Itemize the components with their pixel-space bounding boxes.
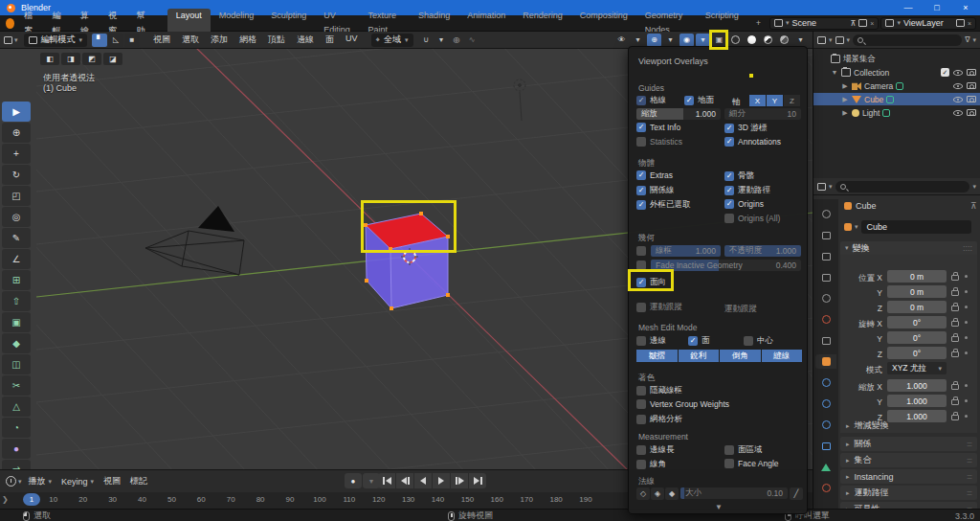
falloff-curve-icon[interactable]: ∿ [465,34,479,47]
uv-edge-mode[interactable]: ◨ [61,53,80,65]
normals-size-slider[interactable]: 大小0.10 [680,487,788,499]
animate-dot[interactable] [965,415,968,418]
animate-dot[interactable] [965,336,968,339]
pin-icon[interactable]: ⊼ [970,201,977,211]
me-faces-checkbox[interactable]: 面 [688,335,710,347]
lock-icon[interactable] [951,275,959,281]
tab-material[interactable] [815,481,836,495]
axis-toggle-z[interactable]: Z [784,95,800,106]
viewport-menu-面[interactable]: 面 [320,34,340,46]
origins-checkbox[interactable]: Origins [724,199,764,209]
filter-dropdown[interactable]: ▾ [972,36,976,44]
delta-transform-subpanel[interactable]: ▸增減變換 [846,419,889,432]
hide-eye-icon[interactable] [953,70,963,76]
tab-output[interactable] [815,249,836,263]
copy-scene-icon[interactable] [858,19,867,27]
face-select-mode[interactable]: ■ [124,34,140,47]
transform-row-2-field[interactable]: 0 m [887,301,947,313]
auto-keying-record-button[interactable]: ● [345,473,362,488]
outliner-row-場景集合[interactable]: 場景集合 [813,53,980,65]
tool-knife[interactable]: ✂ [2,375,31,396]
properties-editor-dropdown[interactable]: ▾ [829,183,833,191]
transform-row-4-field[interactable]: 0° [887,331,947,344]
outliner-search-input[interactable] [853,34,962,46]
tab-view-layer[interactable] [815,270,836,284]
current-frame-indicator[interactable]: 1 [23,493,40,506]
viewport-menu-視圖[interactable]: 視圖 [147,34,176,46]
rotation-mode-field[interactable]: XYZ 尤拉▾ [887,362,947,374]
properties-section-Instancing[interactable]: ▸Instancing:::: [840,469,977,484]
animate-dot[interactable] [965,306,968,308]
properties-filter-dropdown[interactable]: ▾ [972,183,976,191]
tab-modifiers[interactable] [815,375,836,390]
disable-render-icon[interactable] [967,82,976,89]
timeline-editor-dropdown[interactable]: ▾ [18,478,22,486]
extras-checkbox[interactable]: Extras [636,170,673,180]
tab-collection[interactable] [815,333,836,348]
object-visibility-icon[interactable]: 👁 [614,34,629,47]
tab-object[interactable] [815,354,836,369]
annotations-checkbox[interactable]: Annotations [724,137,781,147]
shading-material-button[interactable] [761,34,775,47]
properties-section-運動路徑[interactable]: ▸運動路徑:::: [840,486,977,500]
tool-transform[interactable]: ◎ [2,207,31,227]
timeline-menu-播放[interactable]: 播放▾ [24,475,57,487]
drag-handle-icon[interactable]: :::: [967,456,971,464]
transform-row-3-field[interactable]: 0° [887,316,947,328]
face-area-checkbox[interactable]: 面區域 [724,444,763,456]
tab-scene[interactable] [815,291,836,306]
tool-select-box[interactable]: ▶ [2,102,31,122]
proportional-edit-icon[interactable]: ◎ [450,34,464,47]
drag-handle-icon[interactable]: :::: [967,472,971,481]
tool-spin[interactable]: ◔ [2,418,31,438]
motion-tracking-checkbox[interactable]: 運動跟蹤 [636,302,682,313]
tab-object-data[interactable] [815,460,836,474]
animate-dot[interactable] [965,384,968,387]
tab-world[interactable] [815,312,836,327]
animate-dot[interactable] [965,275,968,278]
uv-island-mode[interactable]: ◪ [103,53,122,65]
tool-poly-build[interactable]: △ [2,396,31,417]
face-normals-button[interactable]: ◆ [665,487,679,500]
outliner-row-Camera[interactable]: ▶Camera [813,79,980,92]
properties-search-input[interactable] [835,181,970,193]
copy-viewlayer-icon[interactable] [956,19,965,27]
tool-edge-slide[interactable]: ⇄ [2,460,31,469]
normals-constant-size-button[interactable]: ╱ [790,487,803,500]
animate-dot[interactable] [965,399,968,402]
animate-dot[interactable] [965,351,968,354]
transform-orientation-selector[interactable]: ⌖ 全域 ▾ [371,34,413,47]
disclosure-icon[interactable]: ▼ [831,69,838,76]
floor-checkbox[interactable]: 地面 [684,95,714,106]
outliner-display-dropdown[interactable]: ▾ [847,36,851,44]
scene-selector[interactable]: ▾ Scene ⊼ × [769,17,879,30]
tab-particles[interactable] [815,396,836,411]
split-normals-button[interactable]: ◈ [651,487,664,500]
mode-selector[interactable]: 編輯模式 ▾ [24,34,88,47]
mesh-edit-button-2[interactable]: 倒角 [720,350,761,362]
scale-row-0-field[interactable]: 1.000 [887,379,947,392]
gizmos-dropdown[interactable]: ▾ [663,34,678,47]
tool-loop-cut[interactable]: ◫ [2,354,31,374]
motion-paths-checkbox[interactable]: 運動路徑 [724,185,770,196]
animate-dot[interactable] [965,321,968,324]
outline-selected-checkbox[interactable]: 外框已選取 [636,199,691,211]
me-center-checkbox[interactable]: 中心 [744,335,773,347]
hide-eye-icon[interactable] [953,97,963,102]
timeline-collapse-chevron[interactable]: ❯ [2,495,9,504]
outliner-row-Light[interactable]: ▶Light [813,106,980,119]
lock-icon[interactable] [951,351,959,357]
pin-icon[interactable]: ⊼ [850,19,856,28]
hide-eye-icon[interactable] [953,83,963,89]
edge-length-checkbox[interactable]: 邊線長 [636,444,675,456]
viewport-menu-選取[interactable]: 選取 [176,34,205,46]
vertex-group-weights-checkbox[interactable]: Vertex Group Weights [636,399,729,409]
edge-select-mode[interactable]: ◺ [108,34,123,47]
axis-toggle-y[interactable]: Y [767,95,783,106]
outliner-display-mode-icon[interactable] [835,36,844,44]
filter-icon[interactable]: ∇ [965,35,969,44]
tool-annotate[interactable]: ✎ [2,228,31,248]
transform-panel-header[interactable]: ▾ 變換 :::: [840,241,977,255]
outliner-row-Cube[interactable]: ▶Cube [813,93,980,105]
viewport-menu-頂點[interactable]: 頂點 [262,34,291,46]
